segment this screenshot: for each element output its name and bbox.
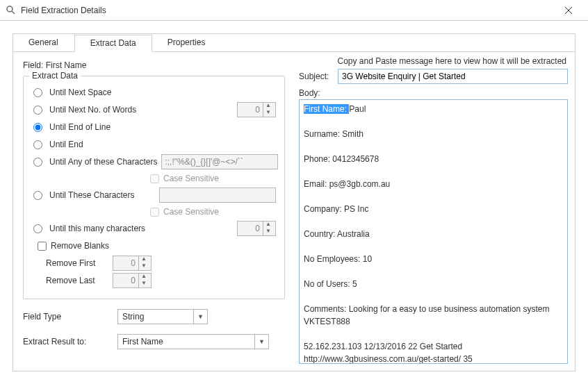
remove-last-spinner[interactable]: ▲▼ <box>113 273 152 288</box>
close-button[interactable] <box>555 1 582 20</box>
field-type-combo[interactable]: String ▼ <box>117 309 208 324</box>
field-row: Field: First Name <box>23 60 285 70</box>
radio-label-until-end: Until End <box>49 140 154 149</box>
subject-label: Subject: <box>299 72 334 81</box>
radio-until-next-no-words[interactable] <box>33 106 42 115</box>
radio-label-until-next-no-words: Until Next No. of Words <box>49 105 154 115</box>
tab-properties[interactable]: Properties <box>152 35 222 52</box>
radio-label-until-these-chars: Until These Characters <box>49 190 154 200</box>
body-after-highlight: Paul <box>349 104 366 114</box>
any-chars-case-sensitive-label: Case Sensitive <box>163 174 219 183</box>
extract-result-combo[interactable]: First Name ▼ <box>117 334 269 349</box>
subject-input[interactable] <box>338 69 568 84</box>
body-textarea[interactable]: First Name: Paul Surname: Smith Phone: 0… <box>299 99 568 364</box>
radio-until-end[interactable] <box>33 140 42 149</box>
field-value: First Name <box>46 60 87 70</box>
remove-blanks-checkbox[interactable] <box>38 242 47 251</box>
remove-first-input[interactable] <box>113 258 138 268</box>
radio-until-end-of-line[interactable] <box>33 123 42 132</box>
chevron-down-icon[interactable]: ▼ <box>254 335 268 349</box>
these-chars-case-sensitive-checkbox[interactable] <box>150 208 159 217</box>
these-chars-case-sensitive-label: Case Sensitive <box>163 207 219 217</box>
window-title: Field Extraction Details <box>21 6 555 15</box>
radio-label-until-end-of-line: Until End of Line <box>49 122 154 132</box>
any-chars-case-sensitive-checkbox[interactable] <box>150 174 159 183</box>
tab-general[interactable]: General <box>13 35 74 52</box>
body-label: Body: <box>299 88 568 98</box>
spinner-down-icon[interactable]: ▼ <box>139 263 149 270</box>
no-of-words-input[interactable] <box>238 105 263 115</box>
remove-first-label: Remove First <box>46 258 113 268</box>
chevron-down-icon[interactable]: ▼ <box>193 310 207 324</box>
many-chars-spinner[interactable]: ▲▼ <box>237 221 276 236</box>
radio-until-next-space[interactable] <box>33 88 42 97</box>
field-type-value: String <box>118 312 193 322</box>
svg-point-0 <box>7 6 13 12</box>
remove-blanks-label: Remove Blanks <box>51 241 109 251</box>
main-panel: General Extract Data Properties Field: F… <box>13 33 575 372</box>
radio-until-these-chars[interactable] <box>33 191 42 200</box>
spinner-down-icon[interactable]: ▼ <box>263 110 273 117</box>
radio-until-any-chars[interactable] <box>33 158 42 167</box>
spinner-down-icon[interactable]: ▼ <box>263 228 273 235</box>
no-of-words-spinner[interactable]: ▲▼ <box>237 102 276 117</box>
many-chars-input[interactable] <box>238 224 263 233</box>
body-rest: Surname: Smith Phone: 0412345678 Email: … <box>304 129 555 364</box>
field-label: Field: <box>23 60 43 70</box>
radio-label-until-many-chars: Until this many characters <box>49 224 154 233</box>
hint-text: Copy and Paste message here to view how … <box>299 55 568 67</box>
extract-data-fieldset: Extract Data Until Next Space Until Next… <box>23 76 285 299</box>
tab-extract-data[interactable]: Extract Data <box>74 35 152 52</box>
tab-bar: General Extract Data Properties <box>13 34 575 52</box>
svg-line-1 <box>12 11 15 14</box>
app-icon <box>6 5 17 16</box>
remove-first-spinner[interactable]: ▲▼ <box>113 256 152 271</box>
spinner-down-icon[interactable]: ▼ <box>139 281 149 287</box>
remove-last-label: Remove Last <box>46 276 113 285</box>
field-type-label: Field Type <box>23 312 117 322</box>
radio-label-until-any-chars: Until Any of these Characters <box>49 157 157 167</box>
fieldset-legend: Extract Data <box>29 71 81 81</box>
radio-label-until-next-space: Until Next Space <box>49 87 154 97</box>
radio-until-many-chars[interactable] <box>33 224 42 233</box>
body-highlight: First Name: <box>304 104 349 114</box>
any-chars-input[interactable] <box>161 154 278 169</box>
these-chars-input[interactable] <box>159 187 276 203</box>
extract-result-label: Extract Result to: <box>23 337 117 347</box>
extract-result-value: First Name <box>118 337 254 347</box>
titlebar: Field Extraction Details <box>0 0 588 21</box>
remove-last-input[interactable] <box>113 276 138 285</box>
